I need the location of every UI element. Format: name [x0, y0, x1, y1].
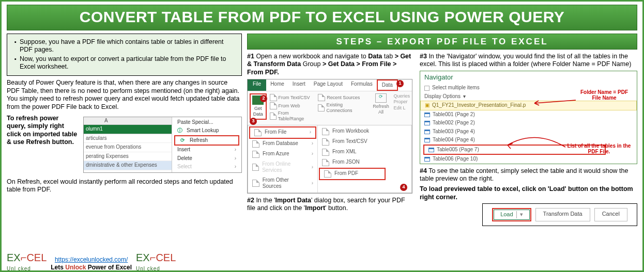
azure-icon — [252, 151, 259, 158]
menu-refresh[interactable]: ⟳Refresh — [174, 135, 239, 146]
xml-icon — [322, 149, 329, 156]
tab-data[interactable]: Data — [377, 79, 398, 91]
ribbon-mock: 1 2 3 File Home Insert Page Layout Formu… — [247, 79, 412, 194]
from-database[interactable]: From Database› — [248, 139, 317, 149]
menu-insert[interactable]: Insert› — [172, 146, 241, 154]
intro-bullet: Suppose, you have a PDF file which conta… — [20, 38, 236, 54]
recent-icon — [318, 94, 325, 101]
queries-label: Queries — [394, 93, 410, 99]
tab-home[interactable]: Home — [266, 79, 288, 91]
json-icon — [322, 159, 329, 166]
table-row[interactable]: Table001 (Page 2) — [420, 110, 637, 119]
tab-page-layout[interactable]: Page Layout — [310, 79, 347, 91]
table-row[interactable]: Table006 (Page 10) — [420, 155, 637, 164]
load-bar: Load▾ Transform Data Cancel — [482, 203, 637, 226]
table-icon — [424, 130, 430, 134]
table-row: evenue from Operations — [84, 143, 172, 152]
other-icon — [252, 180, 259, 187]
tab-formulas[interactable]: Formulas — [347, 79, 377, 91]
badge-1: 1 — [396, 80, 404, 87]
chevron-down-icon: ▾ — [516, 211, 523, 218]
from-table-range[interactable]: From Table/Range — [269, 110, 315, 123]
chevron-right-icon: › — [235, 164, 236, 170]
key-icon: ⌐ — [21, 253, 27, 262]
step4-bold: To load previewed table to excel, click … — [420, 185, 633, 201]
step3-text: #3 In the 'Navigator' window, you would … — [420, 53, 637, 69]
tab-insert[interactable]: Insert — [288, 79, 310, 91]
from-workbook[interactable]: From Workbook — [318, 126, 387, 137]
transform-button[interactable]: Transform Data — [535, 208, 590, 221]
from-azure[interactable]: From Azure› — [248, 149, 317, 159]
from-xml[interactable]: From XML — [318, 147, 387, 157]
mini-excel-mock: A olumn1 articulars evenue from Operatio… — [83, 117, 242, 173]
folder-row[interactable]: ▣Q1_FY21_Investor_Presentation_Final.p — [420, 101, 637, 110]
recent-sources[interactable]: Recent Sources — [317, 93, 368, 102]
table-icon — [428, 148, 434, 152]
key-icon: ⌐ — [150, 253, 156, 262]
table-icon — [424, 157, 430, 162]
table-row[interactable]: Table002 (Page 2) — [420, 119, 637, 127]
table-icon — [424, 138, 430, 142]
from-file[interactable]: From File› — [249, 126, 316, 139]
file-icon — [254, 129, 262, 136]
arrow-icon — [504, 132, 566, 152]
from-json[interactable]: From JSON — [318, 157, 387, 168]
page-title: CONVERT TABLE FROM PDF TO EXCEL USING PO… — [7, 5, 637, 30]
table-icon — [270, 113, 277, 120]
get-data-menu: 4 From File› From Database› From Azure› … — [248, 125, 412, 193]
from-other[interactable]: From Other Sources› — [248, 175, 317, 191]
context-menu[interactable]: Paste Special... ⓘSmart Lookup ⟳Refresh … — [172, 117, 241, 172]
web-icon — [270, 102, 277, 109]
step2-text: #2 In the 'Import Data' dialog box, sear… — [247, 197, 412, 213]
lookup-icon: ⓘ — [177, 127, 183, 134]
from-web[interactable]: From Web — [269, 102, 315, 110]
refresh-hint: To refresh power query, simply right cli… — [7, 115, 77, 146]
intro-bullet: Now, you want to export or convert a par… — [20, 55, 236, 71]
annot-tables: List of all the tables in the PDF File. — [565, 143, 633, 154]
menu-select[interactable]: Select› — [172, 163, 241, 171]
table-row: perating Expenses — [84, 152, 172, 162]
db-icon — [252, 140, 259, 148]
file-tab[interactable]: File — [248, 79, 266, 91]
properties-label: Proper — [394, 99, 410, 105]
arrow-icon — [530, 96, 577, 106]
from-text-csv[interactable]: From Text/CSV — [269, 93, 315, 102]
footer: EX⌐CEL Unl cked https://excelunlocked.co… — [7, 252, 242, 271]
refresh-icon: ⟳ — [180, 137, 187, 143]
from-pdf[interactable]: From PDF — [319, 168, 386, 180]
table-row: articulars — [84, 134, 172, 143]
refresh-all-icon: ⟳ — [375, 93, 387, 103]
refresh-all[interactable]: Refresh All — [373, 104, 389, 115]
on-refresh-para: On Refresh, excel would instantly perfor… — [7, 178, 242, 194]
chevron-down-icon: ▾ — [463, 93, 466, 100]
chevron-right-icon: › — [310, 129, 311, 136]
existing-connections[interactable]: Existing Connections — [317, 102, 368, 115]
step4-text: #4 To see the table content, simply sele… — [420, 167, 637, 183]
logo-left: EX⌐CEL Unl cked — [7, 253, 47, 271]
site-link[interactable]: https://excelunlocked.com/ — [55, 256, 128, 263]
badge-4: 4 — [400, 184, 407, 191]
navigator-mock: Navigator Select multiple items Display … — [420, 71, 637, 164]
menu-delete[interactable]: Delete› — [172, 154, 241, 163]
cancel-button[interactable]: Cancel — [594, 208, 627, 221]
pdf-icon — [324, 170, 331, 178]
menu-paste-special[interactable]: Paste Special... — [172, 118, 241, 127]
intro-box: Suppose, you have a PDF file which conta… — [7, 34, 242, 76]
table-icon — [424, 113, 430, 117]
edit-links-label: Edit L — [394, 105, 410, 111]
logo-right: EX⌐CEL Unl cked — [136, 253, 176, 271]
conn-icon — [318, 104, 325, 111]
from-online[interactable]: From Online Services› — [248, 159, 317, 175]
workbook-icon — [322, 128, 329, 135]
txt-icon — [322, 138, 329, 146]
steps-header: STEPS – EXPORT PDF FILE TO EXCEL — [247, 34, 637, 50]
badge-3: 3 — [250, 118, 257, 125]
table-row: dministrative & other Expenses — [84, 161, 172, 170]
chevron-right-icon: › — [235, 155, 236, 162]
menu-smart-lookup[interactable]: ⓘSmart Lookup — [172, 126, 241, 135]
file-icon — [270, 94, 277, 101]
checkbox-icon — [424, 86, 430, 91]
table-icon — [424, 121, 430, 125]
load-button[interactable]: Load▾ — [492, 208, 531, 221]
from-txt[interactable]: From Text/CSV — [318, 137, 387, 147]
